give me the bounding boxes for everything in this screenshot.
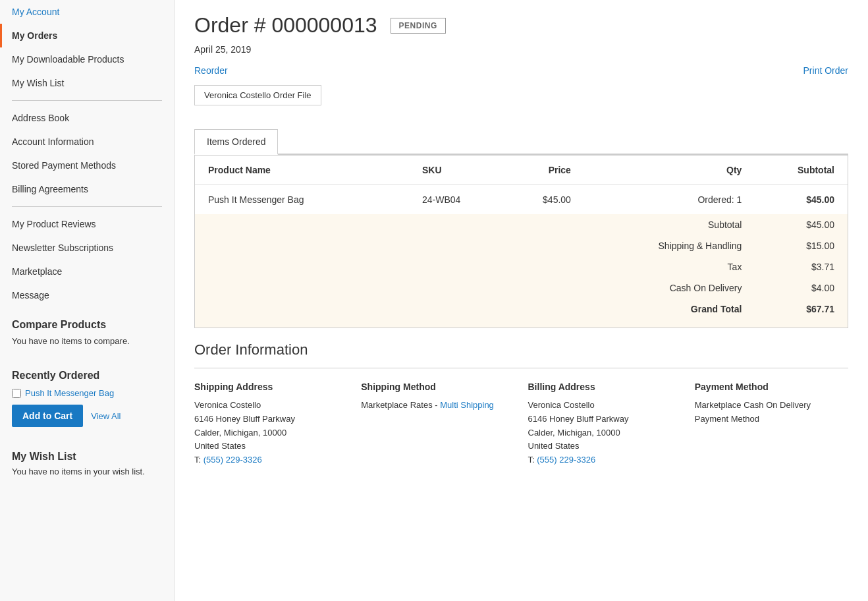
billing-address-details: Veronica Costello 6146 Honey Bluff Parkw…	[528, 399, 682, 467]
tax-label-cell: Tax	[576, 256, 747, 277]
table-row: Push It Messenger Bag 24-WB04 $45.00 Ord…	[195, 185, 848, 215]
payment-method-details: Marketplace Cash On Delivery Payment Met…	[695, 399, 848, 426]
qty-cell: Ordered: 1	[576, 185, 747, 215]
items-table: Product Name SKU Price Qty Subtotal Push…	[195, 156, 848, 328]
main-content: Order # 000000013 PENDING April 25, 2019…	[175, 0, 868, 601]
billing-city: Calder, Michigan, 10000	[528, 428, 620, 438]
col-qty: Qty	[576, 156, 747, 185]
billing-phone-label: T:	[528, 455, 535, 465]
shipping-city: Calder, Michigan, 10000	[194, 428, 286, 438]
col-product-name: Product Name	[195, 156, 417, 185]
cod-empty	[195, 277, 576, 299]
wish-list-title: My Wish List	[12, 451, 162, 463]
grand-total-value-cell: $67.71	[747, 299, 848, 328]
shipping-method-title: Shipping Method	[361, 382, 514, 392]
payment-line2: Payment Method	[695, 414, 759, 424]
recently-ordered-title: Recently Ordered	[12, 370, 162, 382]
shipping-name: Veronica Costello	[194, 400, 261, 410]
sidebar-item-my-account[interactable]: My Account	[0, 0, 174, 24]
sidebar-divider-1	[12, 100, 162, 101]
order-header: Order # 000000013 PENDING	[194, 13, 848, 38]
grand-total-empty	[195, 299, 576, 328]
add-to-cart-button[interactable]: Add to Cart	[12, 405, 83, 427]
payment-method-title: Payment Method	[695, 382, 848, 392]
tax-row: Tax $3.71	[195, 256, 848, 277]
order-tabs: Items Ordered	[194, 129, 848, 155]
shipping-phone[interactable]: (555) 229-3326	[203, 455, 262, 465]
col-price: Price	[506, 156, 576, 185]
subtotal-row: Subtotal $45.00	[195, 214, 848, 235]
shipping-address-col: Shipping Address Veronica Costello 6146 …	[194, 382, 348, 467]
billing-country: United States	[528, 441, 580, 451]
shipping-label-cell: Shipping & Handling	[576, 235, 747, 256]
print-order-link[interactable]: Print Order	[803, 65, 848, 76]
sidebar-item-message[interactable]: Message	[0, 283, 174, 307]
sidebar-divider-2	[12, 206, 162, 207]
sidebar-item-my-wish-list[interactable]: My Wish List	[0, 71, 174, 95]
sidebar-item-account-information[interactable]: Account Information	[0, 130, 174, 154]
shipping-empty	[195, 235, 576, 256]
payment-method-col: Payment Method Marketplace Cash On Deliv…	[695, 382, 848, 467]
tax-value-cell: $3.71	[747, 256, 848, 277]
billing-phone[interactable]: (555) 229-3326	[537, 455, 595, 465]
price-cell: $45.00	[506, 185, 576, 215]
sku-cell: 24-WB04	[417, 185, 506, 215]
sidebar-item-my-product-reviews[interactable]: My Product Reviews	[0, 212, 174, 236]
order-info-title: Order Information	[194, 341, 848, 358]
grand-total-row: Grand Total $67.71	[195, 299, 848, 328]
cod-row: Cash On Delivery $4.00	[195, 277, 848, 299]
subtotal-label-cell: Subtotal	[576, 214, 747, 235]
tab-items-ordered[interactable]: Items Ordered	[194, 129, 278, 155]
wish-list-text: You have no items in your wish list.	[12, 467, 162, 476]
shipping-street: 6146 Honey Bluff Parkway	[194, 414, 295, 424]
multi-shipping-link[interactable]: Multi Shipping	[440, 400, 494, 410]
view-all-link[interactable]: View All	[91, 411, 121, 421]
recently-ordered-link[interactable]: Push It Messenger Bag	[25, 388, 114, 398]
recently-ordered-section: Recently Ordered Push It Messenger Bag A…	[0, 358, 174, 439]
col-sku: SKU	[417, 156, 506, 185]
order-title: Order # 000000013	[194, 13, 377, 38]
order-info-divider	[194, 368, 848, 368]
subtotal-cell: $45.00	[747, 185, 848, 215]
order-date: April 25, 2019	[194, 44, 848, 55]
shipping-country: United States	[194, 441, 246, 451]
sidebar-item-stored-payment-methods[interactable]: Stored Payment Methods	[0, 154, 174, 177]
sidebar-item-my-downloadable-products[interactable]: My Downloadable Products	[0, 47, 174, 71]
col-subtotal: Subtotal	[747, 156, 848, 185]
subtotal-value-cell: $45.00	[747, 214, 848, 235]
sidebar-item-address-book[interactable]: Address Book	[0, 106, 174, 130]
compare-section: Compare Products You have no items to co…	[0, 307, 174, 358]
sidebar: My Account My Orders My Downloadable Pro…	[0, 0, 175, 601]
sidebar-item-newsletter-subscriptions[interactable]: Newsletter Subscriptions	[0, 236, 174, 260]
compare-title: Compare Products	[12, 319, 162, 331]
recently-ordered-actions: Add to Cart View All	[12, 405, 162, 427]
recently-ordered-item: Push It Messenger Bag	[12, 388, 162, 398]
shipping-method-col: Shipping Method Marketplace Rates - Mult…	[361, 382, 514, 467]
shipping-method-text: Marketplace Rates -	[361, 400, 440, 410]
shipping-value-cell: $15.00	[747, 235, 848, 256]
items-table-header: Product Name SKU Price Qty Subtotal	[195, 156, 848, 185]
shipping-phone-label: T:	[194, 455, 201, 465]
billing-address-title: Billing Address	[528, 382, 682, 392]
recently-ordered-checkbox[interactable]	[12, 389, 21, 398]
cod-label-cell: Cash On Delivery	[576, 277, 747, 299]
sidebar-item-marketplace[interactable]: Marketplace	[0, 260, 174, 283]
shipping-address-details: Veronica Costello 6146 Honey Bluff Parkw…	[194, 399, 348, 467]
billing-address-col: Billing Address Veronica Costello 6146 H…	[528, 382, 682, 467]
billing-street: 6146 Honey Bluff Parkway	[528, 414, 629, 424]
sidebar-item-billing-agreements[interactable]: Billing Agreements	[0, 177, 174, 201]
shipping-address-title: Shipping Address	[194, 382, 348, 392]
subtotal-empty	[195, 214, 576, 235]
wish-list-section: My Wish List You have no items in your w…	[0, 439, 174, 488]
items-table-container: Product Name SKU Price Qty Subtotal Push…	[194, 155, 848, 328]
tax-empty	[195, 256, 576, 277]
compare-text: You have no items to compare.	[12, 336, 162, 346]
shipping-row: Shipping & Handling $15.00	[195, 235, 848, 256]
order-file-button[interactable]: Veronica Costello Order File	[194, 85, 321, 105]
items-table-body: Push It Messenger Bag 24-WB04 $45.00 Ord…	[195, 185, 848, 328]
shipping-method-details: Marketplace Rates - Multi Shipping	[361, 399, 514, 413]
sidebar-item-my-orders[interactable]: My Orders	[0, 24, 174, 47]
order-info-grid: Shipping Address Veronica Costello 6146 …	[194, 382, 848, 467]
reorder-link[interactable]: Reorder	[194, 65, 228, 76]
status-badge: PENDING	[391, 18, 446, 34]
